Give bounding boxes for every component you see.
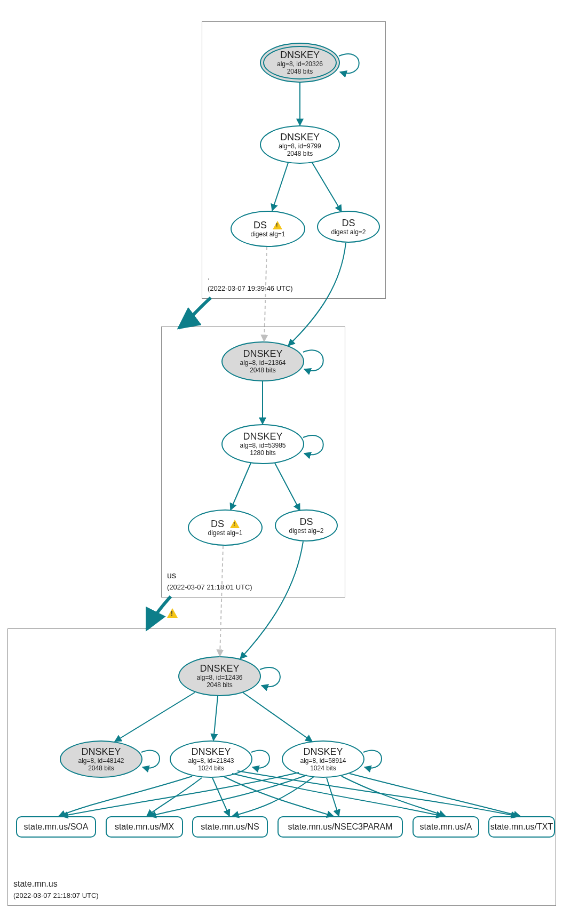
zone-state-ts: (2022-03-07 21:18:07 UTC) <box>13 891 99 899</box>
zone-us-ts: (2022-03-07 21:18:01 UTC) <box>167 583 252 591</box>
warning-icon <box>167 608 178 618</box>
zone-us-name: us <box>167 571 176 580</box>
rr-nsec3: state.mn.us/NSEC3PARAM <box>277 816 403 838</box>
rr-ns: state.mn.us/NS <box>192 816 268 838</box>
warning-icon <box>230 520 240 528</box>
node-us-ds1: DS digest alg=1 <box>188 509 263 546</box>
node-sub1: alg=8, id=20326 <box>277 61 323 68</box>
zone-root-ts: (2022-03-07 19:39:46 UTC) <box>208 284 293 292</box>
node-root-ksk: DNSKEY alg=8, id=20326 2048 bits <box>260 43 340 83</box>
zone-us-label: us (2022-03-07 21:18:01 UTC) <box>167 570 252 593</box>
zone-state-label: state.mn.us (2022-03-07 21:18:07 UTC) <box>13 879 99 901</box>
zone-root-name: . <box>208 272 210 281</box>
zone-root-label: . (2022-03-07 19:39:46 UTC) <box>208 272 293 294</box>
node-root-zsk: DNSKEY alg=8, id=9799 2048 bits <box>260 125 340 164</box>
node-title: DNSKEY <box>280 50 320 61</box>
node-sub2: 2048 bits <box>287 68 313 76</box>
rr-txt: state.mn.us/TXT <box>488 816 555 838</box>
node-state-ksk: DNSKEY alg=8, id=12436 2048 bits <box>178 656 261 696</box>
rr-soa: state.mn.us/SOA <box>16 816 96 838</box>
warning-icon <box>273 221 282 229</box>
node-us-ksk: DNSKEY alg=8, id=21364 2048 bits <box>221 341 304 381</box>
node-state-21843: DNSKEY alg=8, id=21843 1024 bits <box>170 740 252 778</box>
node-root-ds1: DS digest alg=1 <box>231 211 305 247</box>
node-state-58914: DNSKEY alg=8, id=58914 1024 bits <box>282 740 364 778</box>
rr-mx: state.mn.us/MX <box>106 816 183 838</box>
node-us-ds2: DS digest alg=2 <box>275 509 338 541</box>
rr-a: state.mn.us/A <box>413 816 479 838</box>
node-root-ds2: DS digest alg=2 <box>317 211 380 243</box>
zone-state-name: state.mn.us <box>13 879 58 888</box>
node-us-zsk: DNSKEY alg=8, id=53985 1280 bits <box>221 424 304 464</box>
node-state-48142: DNSKEY alg=8, id=48142 2048 bits <box>60 740 142 778</box>
